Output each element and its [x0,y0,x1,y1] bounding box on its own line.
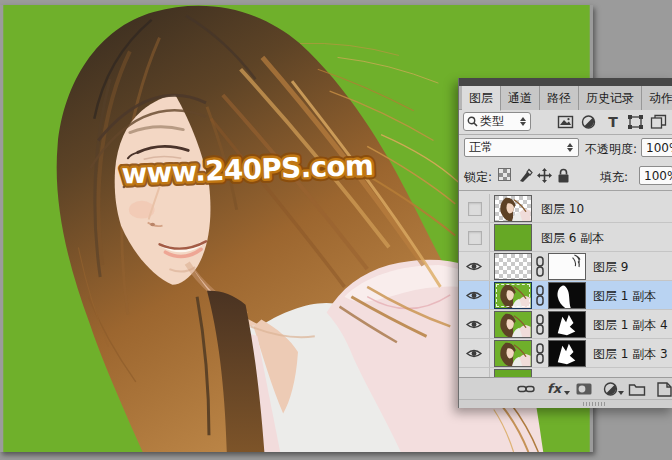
lock-move-icon[interactable] [536,167,553,184]
tab-layers[interactable]: 图层 [462,86,501,111]
lock-transparent-icon[interactable] [497,167,514,184]
visibility-toggle[interactable] [459,194,490,222]
mask-strands-art [549,341,585,366]
magnifier-icon [467,116,478,127]
panel-tab-bar: 图层 通道 路径 历史记录 动作 [459,86,672,110]
link-mask-icon [534,343,546,364]
lock-row: 锁定: 填充: 100% [459,162,672,191]
fill-field[interactable]: 100% [639,166,672,185]
opacity-field[interactable]: 100% [641,138,672,157]
visibility-toggle[interactable] [459,339,490,367]
panel-resize-handle[interactable] [459,399,672,408]
mask-silhouette-art [549,283,585,308]
photoshop-workspace: www.240PS.com www.240PS.com 图层 通道 路径 历史记… [0,0,672,460]
tab-actions[interactable]: 动作 [642,86,672,110]
type-layers-filter-icon[interactable]: T [604,114,622,130]
hidden-eye-well [468,231,482,245]
girl-mini-art [495,341,531,366]
layer-thumbnail[interactable] [494,195,532,222]
opacity-label: 不透明度: [585,141,637,158]
eye-icon [466,290,482,301]
layer-row[interactable]: 图层 9 [459,252,672,281]
layer-name: 图层 6 副本 [541,230,604,247]
filter-type-select[interactable]: 类型 [463,112,531,131]
shape-layers-filter-icon[interactable] [627,114,645,130]
layer-thumbnail[interactable] [494,369,532,377]
layer-thumbnail[interactable] [494,340,532,367]
tab-history[interactable]: 历史记录 [579,86,642,110]
girl-mini-art [495,283,531,308]
blend-row: 正常 不透明度: 100% [459,135,672,161]
svg-text:T: T [608,114,618,130]
layer-mask-thumbnail[interactable] [548,253,586,280]
tab-paths[interactable]: 路径 [540,86,579,110]
layer-row[interactable]: 图层 1 副本 4 [459,310,672,339]
layer-mask-thumbnail[interactable] [548,282,586,309]
lock-label: 锁定: [464,169,492,186]
grip-dots-icon [583,402,605,406]
link-mask-icon [534,256,546,277]
layer-mask-thumbnail[interactable] [548,311,586,338]
fill-label: 填充: [600,169,628,186]
layer-name: 图层 1 副本 3 [593,346,668,363]
visibility-toggle[interactable] [459,310,490,338]
layer-style-icon[interactable]: fx [547,381,565,397]
layers-list: 图层 10 图层 6 副本 [459,194,672,377]
visibility-toggle[interactable] [459,368,490,377]
pixel-layers-filter-icon[interactable] [557,114,575,130]
layer-name: 图层 9 [593,259,628,276]
layer-thumbnail[interactable] [494,311,532,338]
adjustment-layers-filter-icon[interactable] [580,114,598,130]
visibility-toggle[interactable] [459,281,490,309]
layer-name: 图层 1 副本 4 [593,317,668,334]
dropdown-arrow-icon [618,391,624,395]
visibility-toggle[interactable] [459,252,490,280]
eye-icon [466,261,482,272]
layer-row[interactable]: 图层 10 [459,194,672,223]
layer-thumbnail[interactable] [494,282,532,309]
link-layers-icon[interactable] [517,381,535,397]
panel-bottom-bar: fx [459,377,672,399]
layer-thumbnail[interactable] [494,253,532,280]
mask-strands-art [549,312,585,337]
select-arrows-icon [567,142,574,153]
lock-paint-icon[interactable] [517,167,534,184]
eye-icon [466,348,482,359]
blend-mode-select[interactable]: 正常 [464,138,579,157]
visibility-toggle[interactable] [459,223,490,251]
eye-icon [466,319,482,330]
select-arrows-icon [520,116,527,127]
layer-name: 图层 1 副本 [593,288,656,305]
link-mask-icon [534,285,546,306]
layer-row[interactable]: 图层 1 副本 3 [459,339,672,368]
girl-mini-art [495,196,531,221]
hidden-eye-well [468,202,482,216]
girl-mini-art [495,312,531,337]
dropdown-arrow-icon [564,391,570,395]
layer-row[interactable]: 图层 [459,368,672,377]
add-mask-icon[interactable] [575,381,593,397]
link-mask-icon [534,314,546,335]
blend-mode-value: 正常 [469,139,567,156]
layer-filter-row: 类型 T [459,110,672,135]
filter-type-label: 类型 [480,113,520,130]
tab-channels[interactable]: 通道 [501,86,540,110]
layer-row[interactable]: 图层 6 副本 [459,223,672,252]
panel-drag-bar[interactable] [459,78,672,86]
layer-name: 图层 10 [541,201,584,218]
layer-row-selected[interactable]: 图层 1 副本 [459,281,672,310]
new-group-icon[interactable] [628,381,646,397]
lock-all-icon[interactable] [555,167,572,184]
layers-panel: 图层 通道 路径 历史记录 动作 类型 [458,78,672,408]
layer-mask-thumbnail[interactable] [548,340,586,367]
layer-thumbnail[interactable] [494,224,532,251]
new-layer-icon[interactable] [656,381,672,397]
mask-sketch-art [549,254,585,279]
smart-object-filter-icon[interactable] [650,114,668,130]
